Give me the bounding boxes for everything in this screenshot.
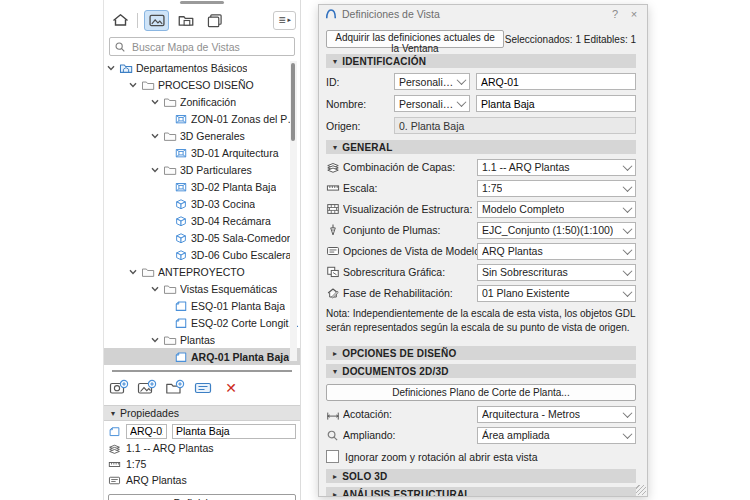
chevron-down-icon[interactable] (150, 165, 160, 175)
tree-item-3d-generales[interactable]: 3D Generales (104, 127, 300, 144)
floor-plan-view-icon (108, 425, 121, 438)
palette-drag-handle[interactable] (180, 1, 224, 4)
tree-item-anteproyecto[interactable]: ANTEPROYECTO (104, 263, 300, 280)
caret-down-icon: ▾ (333, 57, 337, 66)
caret-right-icon: ▸ (333, 490, 337, 498)
project-chooser-button[interactable] (109, 11, 131, 29)
tree-item-departamentos[interactable]: Departamentos Básicos (104, 59, 300, 76)
zooming-select[interactable]: Área ampliada (477, 427, 636, 444)
name-mode-select[interactable]: Personalizado (394, 95, 470, 112)
definitions-button[interactable]: Definiciones (108, 494, 296, 500)
tree-item-plantas[interactable]: Plantas (104, 331, 300, 348)
view-actions-toolbar: ✕ (104, 372, 300, 402)
tree-item-3d05[interactable]: 3D-05 Sala-Comedor (104, 229, 300, 246)
tree-item-vistas-esquematicas[interactable]: Vistas Esquemáticas (104, 280, 300, 297)
scale-icon (108, 458, 121, 471)
layer-combination-value: 1.1 -- ARQ Plantas (126, 442, 214, 454)
section-design-options[interactable]: ▸ OPCIONES DE DISEÑO (326, 346, 636, 360)
tree-item-3d01[interactable]: 3D-01 Arquitectura (104, 144, 300, 161)
add-clone-icon (137, 379, 157, 397)
tree-item-3d04[interactable]: 3D-04 Recámara (104, 212, 300, 229)
dialog-titlebar[interactable]: Definiciones de Vista ? × (319, 5, 647, 23)
property-row-scale[interactable]: 1:75 (104, 457, 300, 471)
chevron-down-icon[interactable] (128, 267, 138, 277)
section-identification[interactable]: ▾ IDENTIFICACIÓN (326, 54, 636, 68)
property-row-model-view[interactable]: ARQ Plantas (104, 473, 300, 487)
scale-select[interactable]: 1:75 (477, 180, 636, 197)
tab-view-map[interactable] (144, 10, 169, 31)
add-folder-icon (165, 379, 185, 397)
graphic-override-select[interactable]: Sin Sobrescrituras (477, 264, 636, 281)
structure-display-select[interactable]: Modelo Completo (477, 201, 636, 218)
add-view-button[interactable] (109, 379, 129, 397)
dimension-select[interactable]: Arquitectura - Metros (477, 406, 636, 423)
name-label: Nombre: (326, 98, 394, 110)
id-value-field[interactable] (476, 73, 636, 90)
section-documents-2d3d[interactable]: ▾ DOCUMENTOS 2D/3D (326, 364, 636, 378)
renovation-filter-select[interactable]: 01 Plano Existente (477, 285, 636, 302)
chevron-down-icon[interactable] (150, 284, 160, 294)
view-id-field[interactable] (126, 424, 167, 439)
tree-item-esq02[interactable]: ESQ-02 Corte Longitudinal 1 (104, 314, 300, 331)
chevron-down-icon[interactable] (150, 97, 160, 107)
chevron-down-icon[interactable] (150, 335, 160, 345)
chevron-down-icon (457, 75, 467, 85)
search-input[interactable] (130, 40, 290, 54)
folder-icon (163, 282, 177, 296)
name-value-field[interactable] (476, 95, 636, 112)
folder-icon (163, 333, 177, 347)
folder-icon (163, 129, 177, 143)
tab-publisher[interactable] (202, 10, 227, 31)
tree-item-3d03[interactable]: 3D-03 Cocina (104, 195, 300, 212)
hamburger-icon: ≡ (278, 13, 285, 27)
property-row-layers[interactable]: 1.1 -- ARQ Plantas (104, 441, 300, 455)
view-settings-dialog: Definiciones de Vista ? × Adquirir las d… (318, 4, 648, 497)
add-clone-button[interactable] (137, 379, 157, 397)
id-mode-select[interactable]: Personalizado (394, 73, 470, 90)
properties-header[interactable]: ▾ Propiedades (104, 405, 300, 421)
chevron-down-icon (623, 429, 633, 439)
tree-item-3d06[interactable]: 3D-06 Cubo Escaleras (104, 246, 300, 263)
view-name-field[interactable] (172, 424, 296, 439)
tree-item-zonificacion[interactable]: Zonificación (104, 93, 300, 110)
acquire-settings-button[interactable]: Adquirir las definiciones actuales de la… (326, 30, 504, 48)
floor-plan-cut-settings-button[interactable]: Definiciones Plano de Corte de Planta... (326, 384, 636, 401)
tree-item-esq01[interactable]: ESQ-01 Planta Baja (104, 297, 300, 314)
chevron-down-icon[interactable] (106, 63, 116, 73)
tree-scrollbar[interactable] (290, 61, 297, 361)
axonometry-view-icon (174, 214, 188, 228)
layer-combination-row: Combinación de Capas: 1.1 -- ARQ Plantas (326, 159, 636, 175)
tree-item-zon01[interactable]: ZON-01 Zonas del Proyecto (104, 110, 300, 127)
help-button[interactable]: ? (608, 8, 622, 20)
pen-set-select[interactable]: EJC_Conjunto (1:50)(1:100) (477, 222, 636, 239)
chevron-down-icon[interactable] (150, 131, 160, 141)
close-icon[interactable]: × (627, 8, 641, 20)
tab-layout-book[interactable] (173, 10, 198, 31)
scale-value: 1:75 (126, 458, 146, 470)
layer-combination-select[interactable]: 1.1 -- ARQ Plantas (477, 159, 636, 176)
chevron-down-icon (623, 245, 633, 255)
tree-item-3d-particulares[interactable]: 3D Particulares (104, 161, 300, 178)
resize-grip[interactable] (636, 485, 646, 495)
hamburger-menu-button[interactable]: ≡▸ (273, 11, 296, 30)
section-view-icon (174, 316, 188, 330)
view-map-tab-icon (148, 13, 166, 28)
add-folder-button[interactable] (165, 379, 185, 397)
model-view-options-select[interactable]: ARQ Plantas (477, 243, 636, 260)
tree-item-3d02[interactable]: 3D-02 Planta Baja (104, 178, 300, 195)
section-structural-analysis[interactable]: ▸ ANÁLISIS ESTRUCTURAL (326, 487, 636, 497)
zooming-row: Ampliando: Área ampliada (326, 427, 636, 443)
chevron-down-icon[interactable] (128, 80, 138, 90)
caret-right-icon: ▸ (333, 349, 337, 358)
tree-item-proceso[interactable]: PROCESO DISEÑO (104, 76, 300, 93)
chevron-down-icon (623, 203, 633, 213)
delete-icon: ✕ (225, 381, 237, 395)
ignore-zoom-checkbox[interactable] (326, 450, 339, 463)
rename-button[interactable] (193, 379, 213, 397)
section-only-3d[interactable]: ▸ SOLO 3D (326, 469, 636, 483)
delete-button[interactable]: ✕ (221, 379, 241, 397)
model-view-options-row: Opciones de Vista de Modelo: ARQ Plantas (326, 243, 636, 259)
scrollbar-thumb[interactable] (291, 63, 295, 141)
tree-item-arq01-selected[interactable]: ARQ-01 Planta Baja (104, 348, 300, 365)
section-general[interactable]: ▾ GENERAL (326, 140, 636, 154)
